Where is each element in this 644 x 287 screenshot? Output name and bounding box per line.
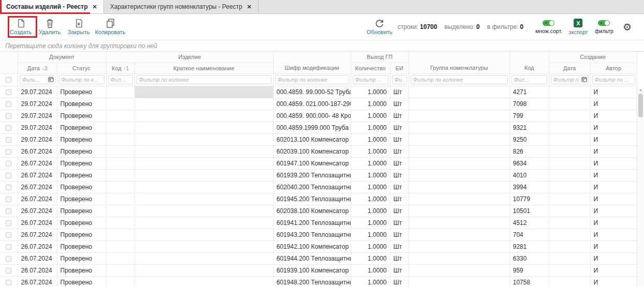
cell-qty[interactable]: 1.0000 [351,122,390,133]
cell-short-name[interactable] [134,110,273,122]
cell-created-date[interactable] [549,217,590,229]
cell-item-code[interactable] [106,276,134,287]
cell-unit[interactable]: Шт [390,110,409,122]
cell-unit[interactable]: Шт [390,205,409,217]
cell-status[interactable]: Проверено [57,276,106,287]
close-document-button[interactable]: Закрыть [64,15,93,39]
row-checkbox[interactable] [6,113,11,119]
create-button[interactable]: Создать [6,15,35,39]
cell-doc-date[interactable]: 26.07.2024 [18,240,57,252]
cell-created-date[interactable] [549,157,590,169]
cell-item-code[interactable] [106,86,134,98]
tab-product-compositions[interactable]: Составы изделий - Реестр ✕ [0,0,104,13]
cell-qty[interactable]: 1.0000 [351,264,390,276]
row-checkbox[interactable] [6,197,11,202]
cell-item-code[interactable] [106,169,134,181]
column-header-qty[interactable]: Количество [351,63,390,73]
cell-status[interactable]: Проверено [57,169,106,181]
cell-item-code[interactable] [106,252,134,264]
cell-item-code[interactable] [106,145,134,157]
cell-item-code[interactable] [106,133,134,145]
cell-mod-code[interactable]: 601944.200 Теплозащитнь [273,252,351,264]
cell-nom-group[interactable] [409,229,510,240]
cell-code[interactable]: 7098 [510,98,549,110]
cell-unit[interactable]: Шт [390,240,409,252]
column-header-doc-date[interactable]: Дата↓3 [18,63,57,73]
cell-mod-code[interactable]: 000.4859. 99.000-52 Труба [273,86,351,98]
cell-created-date[interactable] [549,205,590,217]
cell-item-code[interactable] [106,193,134,205]
cell-mod-code[interactable]: 602038.100 Компенсатор к [273,205,351,217]
cell-created-date[interactable] [549,193,590,205]
cell-author[interactable]: И [590,110,637,122]
cell-nom-group[interactable] [409,181,510,193]
cell-status[interactable]: Проверено [57,193,106,205]
cell-short-name[interactable] [134,181,273,193]
calendar-icon[interactable] [581,77,587,83]
gear-icon[interactable]: ⚙ [623,22,632,32]
filter-input-short-name[interactable] [137,75,272,84]
cell-status[interactable]: Проверено [57,252,106,264]
cell-item-code[interactable] [106,157,134,169]
row-checkbox[interactable] [6,256,11,262]
cell-mod-code[interactable]: 601943.200 Теплозащитнь [273,229,351,240]
cell-code[interactable]: 9281 [510,240,549,252]
cell-author[interactable]: И [590,229,637,240]
cell-short-name[interactable] [134,157,273,169]
cell-author[interactable]: И [590,122,637,133]
group-header-output[interactable]: Выход ГП [351,52,409,63]
cell-item-code[interactable] [106,264,134,276]
export-button[interactable]: X экспорт [565,19,592,35]
cell-status[interactable]: Проверено [57,240,106,252]
cell-unit[interactable]: Шт [390,252,409,264]
cell-created-date[interactable] [549,181,590,193]
cell-doc-date[interactable]: 26.07.2024 [18,169,57,181]
cell-created-date[interactable] [549,252,590,264]
cell-doc-date[interactable]: 29.07.2024 [18,122,57,133]
cell-doc-date[interactable]: 26.07.2024 [18,205,57,217]
cell-author[interactable]: И [590,145,637,157]
toggle-on-icon[interactable] [598,20,610,26]
cell-unit[interactable]: Шт [390,133,409,145]
cell-created-date[interactable] [549,145,590,157]
group-header-document[interactable]: Документ [18,52,106,63]
cell-short-name[interactable] [134,217,273,229]
select-all-checkbox[interactable] [6,77,11,83]
cell-doc-date[interactable]: 29.07.2024 [18,86,57,98]
filter-input-status[interactable] [59,75,104,84]
row-checkbox[interactable] [6,185,11,190]
cell-status[interactable]: Проверено [57,264,106,276]
cell-author[interactable]: И [590,86,637,98]
cell-unit[interactable]: Шт [390,157,409,169]
column-header-short-name[interactable]: Краткое наименование [134,63,273,73]
cell-code[interactable]: 799 [510,110,549,122]
cell-item-code[interactable] [106,240,134,252]
filter-input-author[interactable] [592,75,635,84]
cell-nom-group[interactable] [409,276,510,287]
cell-status[interactable]: Проверено [57,157,106,169]
cell-item-code[interactable] [106,205,134,217]
cell-status[interactable]: Проверено [57,110,106,122]
cell-mod-code[interactable]: 601939.200 Теплозащитнь [273,169,351,181]
cell-unit[interactable]: Шт [390,169,409,181]
cell-author[interactable]: И [590,193,637,205]
cell-nom-group[interactable] [409,169,510,181]
row-checkbox[interactable] [6,280,11,285]
cell-mod-code[interactable]: 000.4859.1999.000 Труба в [273,122,351,133]
cell-code[interactable]: 826 [510,145,549,157]
cell-short-name[interactable] [134,193,273,205]
cell-created-date[interactable] [549,86,590,98]
cell-mod-code[interactable]: 602013.100 Компенсатор к [273,133,351,145]
cell-qty[interactable]: 1.0000 [351,157,390,169]
cell-code[interactable]: 10501 [510,205,549,217]
cell-short-name[interactable] [134,169,273,181]
cell-mod-code[interactable]: 602039.100 Компенсатор к [273,145,351,157]
cell-code[interactable]: 4512 [510,217,549,229]
cell-author[interactable]: И [590,181,637,193]
cell-short-name[interactable] [134,264,273,276]
cell-doc-date[interactable]: 26.07.2024 [18,193,57,205]
cell-code[interactable]: 9321 [510,122,549,133]
cell-code[interactable]: 4271 [510,86,549,98]
cell-created-date[interactable] [549,240,590,252]
cell-mod-code[interactable]: 000.4859. 021.000-187-2900 [273,98,351,110]
